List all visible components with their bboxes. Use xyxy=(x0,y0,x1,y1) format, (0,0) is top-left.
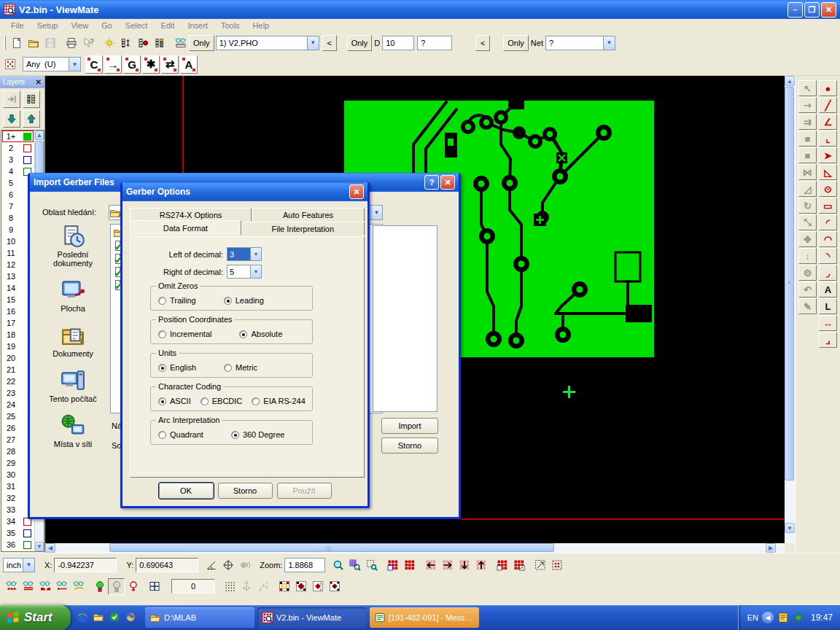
move-multiple-button[interactable]: ⇉ xyxy=(798,114,817,130)
layer-color-swatch[interactable] xyxy=(23,133,31,141)
scroll-down-button[interactable]: ▼ xyxy=(785,523,795,533)
vertical-scrollbar[interactable]: ▲ ≡ ▼ xyxy=(785,76,795,543)
radio-dot[interactable] xyxy=(158,297,166,305)
stretch-object-button[interactable]: ↕ xyxy=(798,248,817,264)
chevron-down-icon[interactable]: ▼ xyxy=(250,248,261,260)
radio-dot[interactable] xyxy=(158,364,166,372)
language-indicator[interactable]: EN xyxy=(747,613,758,622)
layer-color-swatch[interactable] xyxy=(23,144,31,152)
task-messenger[interactable]: [191-482-091] - Mess… xyxy=(370,607,479,628)
quad-window-icon[interactable] xyxy=(146,578,163,595)
bulb-on-icon[interactable] xyxy=(91,578,108,595)
grid-offset-icon[interactable] xyxy=(510,556,527,573)
horizontal-scrollbar[interactable]: ◀ ||| ▶ xyxy=(45,543,785,553)
layer-color-swatch[interactable] xyxy=(23,541,31,549)
place-recent-documents[interactable]: Poslední dokumenty xyxy=(37,224,109,268)
fill-square-2-button[interactable]: ■ xyxy=(798,147,817,163)
grid-corner-icon[interactable] xyxy=(384,556,401,573)
radio-360-degree[interactable]: 360 Degree xyxy=(231,430,285,439)
angle-measure-icon[interactable] xyxy=(203,556,219,573)
edit-vertices-button[interactable]: ✎ xyxy=(798,298,817,314)
menu-edit[interactable]: Edit xyxy=(154,20,181,31)
draw-arc-1-button[interactable]: ◜ xyxy=(819,214,837,230)
draw-text-button[interactable]: A xyxy=(819,281,837,298)
place-network[interactable]: Místa v síti xyxy=(37,413,109,448)
draw-arc-4-button[interactable]: ◞ xyxy=(819,265,837,281)
quick-launch-green-app-icon[interactable] xyxy=(109,611,122,624)
probe-crosshair-icon[interactable] xyxy=(236,556,253,573)
mirror-horizontal-button[interactable]: ⋈ xyxy=(798,164,817,180)
grid-copy-icon[interactable] xyxy=(494,556,510,573)
radio-dot[interactable] xyxy=(224,364,232,372)
print-icon[interactable] xyxy=(63,34,79,51)
select-component-button[interactable]: C xyxy=(85,55,103,74)
scroll-right-button[interactable]: ▶ xyxy=(766,543,776,553)
step-down-icon[interactable] xyxy=(456,556,472,573)
horizontal-scroll-thumb[interactable]: ||| xyxy=(109,543,554,552)
new-document-icon[interactable] xyxy=(8,34,25,51)
restore-button[interactable]: ❐ xyxy=(804,2,820,18)
move-single-button[interactable]: ⇢ xyxy=(798,97,817,113)
unit-combo[interactable]: inch ▼ xyxy=(3,558,35,572)
move-object-button[interactable]: ✥ xyxy=(798,231,817,247)
radio-trailing[interactable]: Trailing xyxy=(158,296,196,305)
tray-app-icon[interactable] xyxy=(793,612,804,623)
film-colors-icon[interactable] xyxy=(151,34,168,51)
quick-launch-firefox-icon[interactable] xyxy=(125,611,138,624)
start-button[interactable]: Start xyxy=(0,605,71,630)
radio-dot[interactable] xyxy=(252,397,260,405)
dcode-diamond-icon[interactable] xyxy=(292,578,309,595)
zoom-field[interactable]: 1.8868 xyxy=(284,558,325,572)
rotate-object-button[interactable]: ↻ xyxy=(798,198,817,214)
radio-dot[interactable] xyxy=(239,330,247,338)
flash-pattern-icon[interactable] xyxy=(276,578,292,595)
draw-rectangle-button[interactable]: ▭ xyxy=(819,198,837,214)
chevron-down-icon[interactable]: ▼ xyxy=(307,36,319,50)
film-red-dot-icon[interactable] xyxy=(134,34,151,51)
import-button[interactable]: Import xyxy=(381,418,438,434)
vertical-scroll-thumb[interactable]: ≡ xyxy=(785,87,794,481)
draw-angle-line-button[interactable]: ∠ xyxy=(819,114,837,130)
only-dcode-button[interactable]: Only xyxy=(347,35,373,51)
close-icon[interactable]: ✕ xyxy=(349,184,364,199)
step-up-icon[interactable] xyxy=(472,556,489,573)
draw-triangle-button[interactable]: ◺ xyxy=(819,164,837,180)
anchor-icon[interactable] xyxy=(238,578,254,595)
tab-data-format[interactable]: Data Format xyxy=(130,220,241,236)
radio-ascii[interactable]: ASCII xyxy=(158,397,191,405)
zoom-grid-icon[interactable] xyxy=(346,556,363,573)
chevron-down-icon[interactable]: ▼ xyxy=(69,58,80,71)
ok-button[interactable]: OK xyxy=(159,483,214,499)
origin-crosshair-icon[interactable] xyxy=(219,556,236,573)
scale-object-button[interactable]: ⤡ xyxy=(798,214,817,230)
dcode-select-icon[interactable] xyxy=(326,578,343,595)
inspect-film-icon[interactable] xyxy=(117,34,134,51)
layer-down-icon[interactable] xyxy=(3,110,20,128)
scroll-up-button[interactable]: ▲ xyxy=(785,76,795,86)
goto-selection-button[interactable]: → xyxy=(104,55,122,74)
prev-dcode-button[interactable]: < xyxy=(475,35,490,51)
close-icon[interactable]: ✕ xyxy=(36,79,42,85)
undo-button[interactable]: ↶ xyxy=(798,281,817,298)
net-combo[interactable]: ? ▼ xyxy=(545,36,615,50)
context-help-icon[interactable]: ? xyxy=(79,34,96,51)
menu-file[interactable]: File xyxy=(4,20,31,31)
select-gerber-button[interactable]: G xyxy=(123,55,141,74)
only-net-button[interactable]: Only xyxy=(503,35,529,51)
draw-dimension-button[interactable]: ↔ xyxy=(819,315,837,331)
select-cursor-button[interactable]: ↖ xyxy=(798,80,817,96)
tray-notes-icon[interactable] xyxy=(777,612,789,623)
task-explorer[interactable]: D:\MLAB xyxy=(145,607,254,628)
resize-diagonal-icon[interactable] xyxy=(532,556,548,573)
view-pads-icon[interactable] xyxy=(3,578,20,595)
draw-circle-button[interactable]: ⊙ xyxy=(819,181,837,197)
radio-eia-rs-244[interactable]: EIA RS-244 xyxy=(252,397,305,405)
place-computer[interactable]: Tento počítač xyxy=(37,368,109,403)
place-desktop[interactable]: Plocha xyxy=(37,278,109,313)
red-grid-icon[interactable] xyxy=(401,556,418,573)
goto-layer-icon[interactable] xyxy=(3,90,20,108)
menu-insert[interactable]: Insert xyxy=(181,20,214,31)
close-button[interactable]: ✕ xyxy=(440,175,455,190)
menu-setup[interactable]: Setup xyxy=(31,20,65,31)
radio-english[interactable]: English xyxy=(158,363,196,372)
